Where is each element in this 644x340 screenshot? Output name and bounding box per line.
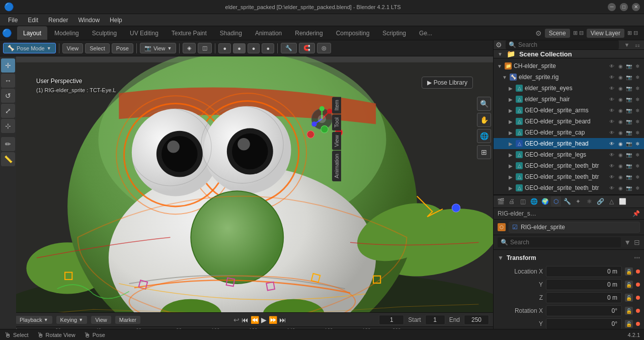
overlay-btn[interactable]: ◈ [183,43,196,53]
col-item-legs[interactable]: ▶ △ GEO-elder_sprite_legs 👁 ◉ 📷 ❄ [494,149,644,160]
header-select-btn[interactable]: Select [85,43,110,53]
gizmo-btn[interactable]: 🔧 [281,43,297,53]
prop-tab-data[interactable]: △ [606,196,616,207]
col-item-arms[interactable]: ▶ △ GEO-elder_sprite_arms 👁 ◉ 📷 ❄ [494,105,644,116]
prop-tab-viewlayer[interactable]: ◫ [518,196,528,207]
close-button[interactable]: ✕ [632,3,640,11]
tool-annotate[interactable]: ✏ [1,137,15,151]
view-layer-label[interactable]: View Layer [587,29,624,38]
scene-label[interactable]: Scene [545,29,570,38]
rot-y-dot[interactable] [636,322,640,326]
tool-cursor[interactable]: ✛ [1,58,15,73]
select-cap[interactable]: ◉ [617,129,624,136]
select-head[interactable]: ◉ [617,140,624,147]
render-teeth3[interactable]: 📷 [625,184,632,191]
mat-shade-btn[interactable]: ● [248,43,260,53]
prop-tab-material[interactable]: ⬜ [617,196,627,207]
npanel-view[interactable]: View [332,132,341,150]
sync-btn[interactable]: ⚏ [633,40,642,49]
freeze-arms[interactable]: ❄ [634,107,641,114]
col-item-rig[interactable]: ▼ 🦴 elder_sprite.rig 👁 ◉ 📷 ❄ [494,72,644,83]
render-cap[interactable]: 📷 [625,129,632,136]
transform-options[interactable]: ⋯ [634,254,640,261]
more-options-btn[interactable]: ⊟ [634,238,640,246]
freeze-ch[interactable]: ❄ [634,62,641,70]
menu-window[interactable]: Window [74,16,104,25]
select-legs[interactable]: ◉ [617,151,624,158]
filter-icon-btn[interactable]: ▼ [624,238,631,246]
render-legs[interactable]: 📷 [625,151,632,158]
menu-help[interactable]: Help [106,16,126,25]
prop-tab-render[interactable]: 🎬 [496,196,506,207]
loc-y-dot[interactable] [636,283,640,287]
col-item-teeth-1[interactable]: ▶ △ GEO-elder_sprite_teeth_btr 👁 ◉ 📷 ❄ [494,160,644,171]
tab-layout[interactable]: Layout [17,26,47,40]
filter-btn[interactable]: ▼ [622,40,631,49]
freeze-teeth1[interactable]: ❄ [634,162,641,169]
visibility-arms[interactable]: 👁 [608,107,615,114]
tab-uv-editing[interactable]: UV Editing [124,26,165,40]
collection-search-input[interactable] [518,41,616,48]
start-frame-input[interactable] [425,315,445,325]
freeze-hair[interactable]: ❄ [634,96,641,103]
tab-compositing[interactable]: Compositing [330,26,376,40]
header-view-type[interactable]: 📷 View ▼ [140,43,177,53]
prop-tab-scene[interactable]: 🌐 [529,196,539,207]
loc-z-dot[interactable] [636,296,640,300]
select-teeth3[interactable]: ◉ [617,184,624,191]
zoom-in-btn[interactable]: 🔍 [477,97,491,111]
col-item-beard[interactable]: ▶ △ GEO-elder_sprite_beard 👁 ◉ 📷 ❄ [494,116,644,127]
visibility-teeth1[interactable]: 👁 [608,162,615,169]
col-item-teeth-2[interactable]: ▶ △ GEO-elder_sprite_teeth_btr 👁 ◉ 📷 ❄ [494,171,644,182]
prop-tab-world[interactable]: 🌍 [540,196,550,207]
rig-pin-icon[interactable]: 📌 [632,210,640,217]
tool-move[interactable]: ↔ [1,74,15,88]
keying-btn[interactable]: Keying ▼ [56,316,88,324]
visibility-teeth2[interactable]: 👁 [608,173,615,180]
wire-shade-btn[interactable]: ● [218,43,231,53]
viewport-area[interactable]: 🦴 Pose Mode ▼ View Select Pose 📷 View ▼ [0,40,493,340]
rot-y-lock[interactable]: 🔓 [625,320,633,328]
rot-x-value[interactable]: 0° [546,305,622,316]
freeze-head[interactable]: ❄ [634,140,641,147]
menu-edit[interactable]: Edit [24,16,42,25]
loc-z-lock[interactable]: 🔓 [625,294,633,302]
col-item-head[interactable]: ▶ △ GEO-elder_sprite_head 👁 ◉ 📷 ❄ [494,138,644,149]
tool-rotate[interactable]: ↺ [1,89,15,103]
orbit-btn[interactable]: 🌐 [477,129,491,143]
scene-panel-icon[interactable]: ⚙ [496,41,502,49]
loc-x-lock[interactable]: 🔓 [625,267,633,276]
pose-library-btn[interactable]: ▶ Pose Library [422,77,473,89]
npanel-item[interactable]: Item [332,97,341,113]
prop-tab-constraints[interactable]: 🔗 [595,196,605,207]
visibility-legs[interactable]: 👁 [608,151,615,158]
col-item-teeth-3[interactable]: ▶ △ GEO-elder_sprite_teeth_btr 👁 ◉ 📷 ❄ [494,182,644,193]
freeze-teeth2[interactable]: ❄ [634,173,641,180]
loc-z-value[interactable]: 0 m [546,292,622,303]
tab-animation[interactable]: Animation [249,26,288,40]
rot-y-value[interactable]: 0° [546,318,622,329]
marker-btn[interactable]: Marker [115,316,140,324]
loc-x-dot[interactable] [636,269,640,274]
next-keyframe-btn[interactable]: ⏩ [269,316,277,324]
jump-start-btn[interactable]: ⏮ [242,316,249,324]
maximize-button[interactable]: □ [620,3,628,11]
render-rig[interactable]: 📷 [625,74,632,81]
pan-btn[interactable]: ✋ [477,113,491,127]
visibility-hair[interactable]: 👁 [608,96,615,103]
col-item-eyes[interactable]: ▶ △ elder_sprite_eyes 👁 ◉ 📷 ❄ [494,83,644,94]
select-eyes[interactable]: ◉ [617,85,624,92]
freeze-eyes[interactable]: ❄ [634,85,641,92]
visibility-rig[interactable]: 👁 [608,74,615,81]
object-name-field[interactable]: ☑ RIG-elder_sprite [509,222,640,233]
freeze-rig[interactable]: ❄ [634,74,641,81]
prop-tab-particles[interactable]: ✦ [573,196,583,207]
visibility-teeth3[interactable]: 👁 [608,184,615,191]
render-beard[interactable]: 📷 [625,118,632,125]
select-beard[interactable]: ◉ [617,118,624,125]
render-teeth1[interactable]: 📷 [625,162,632,169]
col-item-ch-elder[interactable]: ▼ 📁 CH-elder_sprite 👁 ◉ 📷 ❄ [494,60,644,72]
rot-x-lock[interactable]: 🔓 [625,307,633,315]
select-ch[interactable]: ◉ [617,62,624,70]
freeze-cap[interactable]: ❄ [634,129,641,136]
